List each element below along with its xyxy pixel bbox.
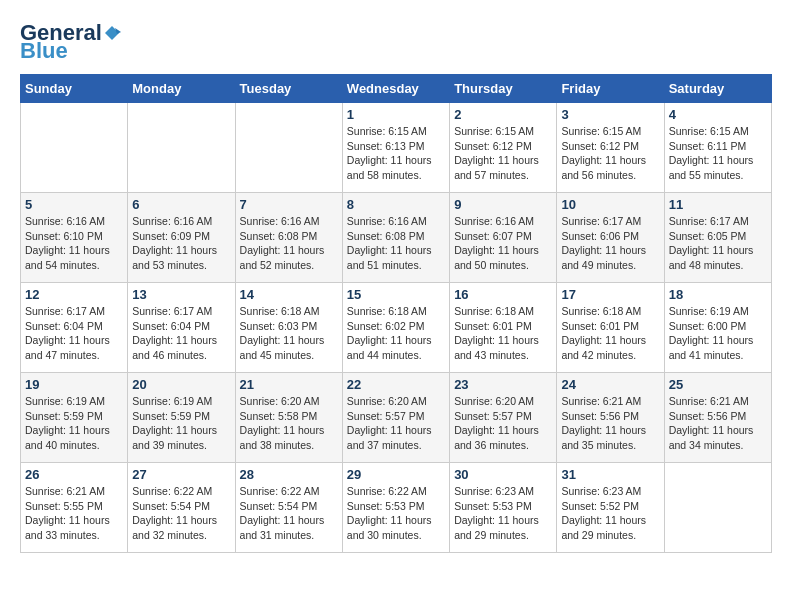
- day-number: 3: [561, 107, 659, 122]
- calendar-cell: [664, 463, 771, 553]
- day-info: Sunrise: 6:17 AMSunset: 6:05 PMDaylight:…: [669, 214, 767, 273]
- day-number: 22: [347, 377, 445, 392]
- calendar-table: SundayMondayTuesdayWednesdayThursdayFrid…: [20, 74, 772, 553]
- day-number: 31: [561, 467, 659, 482]
- day-number: 15: [347, 287, 445, 302]
- day-number: 21: [240, 377, 338, 392]
- day-number: 7: [240, 197, 338, 212]
- day-info: Sunrise: 6:16 AMSunset: 6:08 PMDaylight:…: [347, 214, 445, 273]
- day-number: 11: [669, 197, 767, 212]
- day-info: Sunrise: 6:17 AMSunset: 6:04 PMDaylight:…: [25, 304, 123, 363]
- calendar-cell: 25Sunrise: 6:21 AMSunset: 5:56 PMDayligh…: [664, 373, 771, 463]
- calendar-cell: 8Sunrise: 6:16 AMSunset: 6:08 PMDaylight…: [342, 193, 449, 283]
- day-info: Sunrise: 6:20 AMSunset: 5:58 PMDaylight:…: [240, 394, 338, 453]
- day-number: 12: [25, 287, 123, 302]
- day-info: Sunrise: 6:23 AMSunset: 5:53 PMDaylight:…: [454, 484, 552, 543]
- day-number: 23: [454, 377, 552, 392]
- day-info: Sunrise: 6:19 AMSunset: 5:59 PMDaylight:…: [132, 394, 230, 453]
- day-number: 30: [454, 467, 552, 482]
- day-number: 16: [454, 287, 552, 302]
- day-number: 2: [454, 107, 552, 122]
- calendar-cell: 30Sunrise: 6:23 AMSunset: 5:53 PMDayligh…: [450, 463, 557, 553]
- weekday-header-thursday: Thursday: [450, 75, 557, 103]
- day-info: Sunrise: 6:21 AMSunset: 5:55 PMDaylight:…: [25, 484, 123, 543]
- day-number: 25: [669, 377, 767, 392]
- day-number: 8: [347, 197, 445, 212]
- weekday-header-saturday: Saturday: [664, 75, 771, 103]
- day-number: 20: [132, 377, 230, 392]
- day-info: Sunrise: 6:16 AMSunset: 6:10 PMDaylight:…: [25, 214, 123, 273]
- day-number: 29: [347, 467, 445, 482]
- weekday-header-friday: Friday: [557, 75, 664, 103]
- day-info: Sunrise: 6:18 AMSunset: 6:01 PMDaylight:…: [454, 304, 552, 363]
- day-number: 17: [561, 287, 659, 302]
- day-number: 14: [240, 287, 338, 302]
- day-info: Sunrise: 6:22 AMSunset: 5:54 PMDaylight:…: [240, 484, 338, 543]
- calendar-cell: 17Sunrise: 6:18 AMSunset: 6:01 PMDayligh…: [557, 283, 664, 373]
- day-number: 19: [25, 377, 123, 392]
- day-info: Sunrise: 6:15 AMSunset: 6:12 PMDaylight:…: [454, 124, 552, 183]
- day-info: Sunrise: 6:15 AMSunset: 6:11 PMDaylight:…: [669, 124, 767, 183]
- day-number: 9: [454, 197, 552, 212]
- day-info: Sunrise: 6:21 AMSunset: 5:56 PMDaylight:…: [561, 394, 659, 453]
- day-number: 5: [25, 197, 123, 212]
- day-info: Sunrise: 6:21 AMSunset: 5:56 PMDaylight:…: [669, 394, 767, 453]
- day-info: Sunrise: 6:16 AMSunset: 6:08 PMDaylight:…: [240, 214, 338, 273]
- calendar-cell: [235, 103, 342, 193]
- day-number: 27: [132, 467, 230, 482]
- day-number: 1: [347, 107, 445, 122]
- day-info: Sunrise: 6:16 AMSunset: 6:09 PMDaylight:…: [132, 214, 230, 273]
- calendar-cell: 9Sunrise: 6:16 AMSunset: 6:07 PMDaylight…: [450, 193, 557, 283]
- calendar-cell: 27Sunrise: 6:22 AMSunset: 5:54 PMDayligh…: [128, 463, 235, 553]
- weekday-header-tuesday: Tuesday: [235, 75, 342, 103]
- logo-bird-icon: [103, 24, 121, 42]
- calendar-cell: 13Sunrise: 6:17 AMSunset: 6:04 PMDayligh…: [128, 283, 235, 373]
- calendar-cell: [21, 103, 128, 193]
- calendar-cell: 22Sunrise: 6:20 AMSunset: 5:57 PMDayligh…: [342, 373, 449, 463]
- day-info: Sunrise: 6:22 AMSunset: 5:54 PMDaylight:…: [132, 484, 230, 543]
- day-number: 26: [25, 467, 123, 482]
- weekday-header-wednesday: Wednesday: [342, 75, 449, 103]
- logo-blue: Blue: [20, 38, 68, 64]
- calendar-cell: 7Sunrise: 6:16 AMSunset: 6:08 PMDaylight…: [235, 193, 342, 283]
- calendar-cell: 16Sunrise: 6:18 AMSunset: 6:01 PMDayligh…: [450, 283, 557, 373]
- calendar-cell: 20Sunrise: 6:19 AMSunset: 5:59 PMDayligh…: [128, 373, 235, 463]
- day-info: Sunrise: 6:15 AMSunset: 6:13 PMDaylight:…: [347, 124, 445, 183]
- calendar-cell: [128, 103, 235, 193]
- day-info: Sunrise: 6:20 AMSunset: 5:57 PMDaylight:…: [454, 394, 552, 453]
- day-number: 13: [132, 287, 230, 302]
- calendar-cell: 15Sunrise: 6:18 AMSunset: 6:02 PMDayligh…: [342, 283, 449, 373]
- day-number: 10: [561, 197, 659, 212]
- calendar-cell: 14Sunrise: 6:18 AMSunset: 6:03 PMDayligh…: [235, 283, 342, 373]
- calendar-cell: 5Sunrise: 6:16 AMSunset: 6:10 PMDaylight…: [21, 193, 128, 283]
- day-info: Sunrise: 6:18 AMSunset: 6:02 PMDaylight:…: [347, 304, 445, 363]
- calendar-cell: 1Sunrise: 6:15 AMSunset: 6:13 PMDaylight…: [342, 103, 449, 193]
- calendar-cell: 28Sunrise: 6:22 AMSunset: 5:54 PMDayligh…: [235, 463, 342, 553]
- calendar-cell: 29Sunrise: 6:22 AMSunset: 5:53 PMDayligh…: [342, 463, 449, 553]
- calendar-cell: 11Sunrise: 6:17 AMSunset: 6:05 PMDayligh…: [664, 193, 771, 283]
- calendar-cell: 12Sunrise: 6:17 AMSunset: 6:04 PMDayligh…: [21, 283, 128, 373]
- day-number: 18: [669, 287, 767, 302]
- day-info: Sunrise: 6:19 AMSunset: 5:59 PMDaylight:…: [25, 394, 123, 453]
- day-number: 6: [132, 197, 230, 212]
- day-number: 28: [240, 467, 338, 482]
- day-info: Sunrise: 6:19 AMSunset: 6:00 PMDaylight:…: [669, 304, 767, 363]
- day-info: Sunrise: 6:15 AMSunset: 6:12 PMDaylight:…: [561, 124, 659, 183]
- day-info: Sunrise: 6:17 AMSunset: 6:06 PMDaylight:…: [561, 214, 659, 273]
- logo: General Blue: [20, 20, 122, 64]
- calendar-cell: 24Sunrise: 6:21 AMSunset: 5:56 PMDayligh…: [557, 373, 664, 463]
- day-number: 24: [561, 377, 659, 392]
- calendar-cell: 3Sunrise: 6:15 AMSunset: 6:12 PMDaylight…: [557, 103, 664, 193]
- calendar-cell: 19Sunrise: 6:19 AMSunset: 5:59 PMDayligh…: [21, 373, 128, 463]
- day-info: Sunrise: 6:22 AMSunset: 5:53 PMDaylight:…: [347, 484, 445, 543]
- day-info: Sunrise: 6:20 AMSunset: 5:57 PMDaylight:…: [347, 394, 445, 453]
- calendar-cell: 21Sunrise: 6:20 AMSunset: 5:58 PMDayligh…: [235, 373, 342, 463]
- calendar-cell: 23Sunrise: 6:20 AMSunset: 5:57 PMDayligh…: [450, 373, 557, 463]
- day-info: Sunrise: 6:18 AMSunset: 6:03 PMDaylight:…: [240, 304, 338, 363]
- calendar-cell: 10Sunrise: 6:17 AMSunset: 6:06 PMDayligh…: [557, 193, 664, 283]
- calendar-cell: 4Sunrise: 6:15 AMSunset: 6:11 PMDaylight…: [664, 103, 771, 193]
- calendar-cell: 26Sunrise: 6:21 AMSunset: 5:55 PMDayligh…: [21, 463, 128, 553]
- day-info: Sunrise: 6:23 AMSunset: 5:52 PMDaylight:…: [561, 484, 659, 543]
- page-header: General Blue: [20, 20, 772, 64]
- day-info: Sunrise: 6:17 AMSunset: 6:04 PMDaylight:…: [132, 304, 230, 363]
